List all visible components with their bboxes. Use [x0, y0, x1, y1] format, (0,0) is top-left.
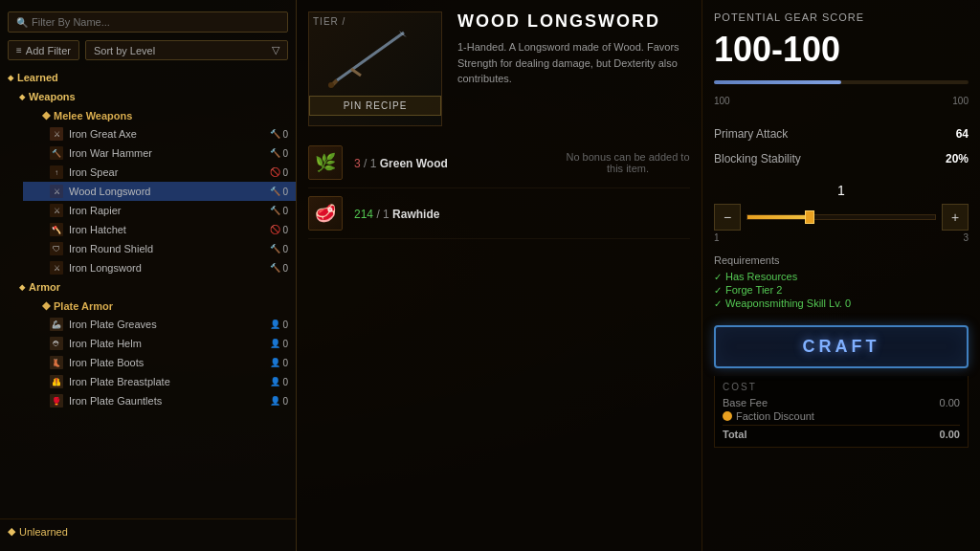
- ingredient-icon-rawhide: 🥩: [308, 196, 343, 231]
- category-learned[interactable]: ◆ Learned: [0, 68, 296, 87]
- right-panel: POTENTIAL GEAR SCORE 100-100 100 100 Pri…: [702, 0, 980, 551]
- item-name-wood-longsword: Wood Longsword: [69, 186, 270, 197]
- item-name-iron-rapier: Iron Rapier: [69, 205, 270, 216]
- category-weapons-label: Weapons: [29, 91, 76, 102]
- req-forge-tier: ✓ Forge Tier 2: [714, 283, 969, 297]
- bottom-unlearned[interactable]: ◆ Unlearned: [0, 518, 296, 543]
- item-name-iron-longsword: Iron Longsword: [69, 262, 270, 274]
- pin-recipe-label: PIN RECIPE: [344, 100, 408, 111]
- recipe-info: WOOD LONGSWORD 1-Handed. A Longsword mad…: [457, 11, 690, 126]
- requirements-section: Requirements ✓ Has Resources ✓ Forge Tie…: [714, 254, 969, 310]
- item-icon-iron-longsword: ⚔: [50, 261, 63, 275]
- gear-score-max: 100: [952, 96, 969, 106]
- item-count-helm: 👤 0: [270, 339, 288, 349]
- item-count-boots: 👤 0: [270, 358, 288, 368]
- item-iron-plate-boots[interactable]: 👢 Iron Plate Boots 👤 0: [23, 353, 296, 372]
- category-melee-weapons[interactable]: ◆ Melee Weapons: [23, 106, 296, 124]
- sub-category-plate: ◆ Plate Armor 🦾 Iron Plate Greaves 👤 0 ⛑: [11, 297, 296, 410]
- tier-label: TIER /: [313, 16, 345, 27]
- recipe-image: TIER /: [308, 11, 442, 126]
- cost-base-fee-row: Base Fee 0.00: [723, 396, 960, 409]
- stat-primary-attack-name: Primary Attack: [714, 127, 788, 141]
- current-qty-rawhide: 214: [354, 208, 373, 221]
- sub-category-melee: ◆ Melee Weapons ⚔ Iron Great Axe 🔨 0 🔨: [11, 106, 296, 277]
- req-weaponsmithing-label: Weaponsmithing Skill Lv. 0: [725, 298, 851, 309]
- item-name-iron-great-axe: Iron Great Axe: [69, 128, 270, 140]
- item-icon-boots: 👢: [50, 356, 63, 369]
- item-name-iron-war-hammer: Iron War Hammer: [69, 147, 270, 159]
- item-icon-rapier: ⚔: [50, 204, 63, 217]
- gear-score-label: POTENTIAL GEAR SCORE: [714, 11, 969, 23]
- item-name-boots: Iron Plate Boots: [69, 357, 270, 368]
- item-iron-plate-gauntlets[interactable]: 🥊 Iron Plate Gauntlets 👤 0: [23, 391, 296, 410]
- req-forge-tier-label: Forge Tier 2: [725, 284, 782, 296]
- count-icon-rapier: 🔨: [270, 206, 280, 215]
- unlearned-label: Unlearned: [19, 526, 68, 538]
- category-weapons[interactable]: ◆ Weapons: [11, 87, 296, 106]
- item-icon-helm: ⛑: [50, 337, 63, 350]
- qty-increase-button[interactable]: +: [942, 204, 969, 231]
- ingredient-info-rawhide: 214 / 1 Rawhide: [354, 205, 690, 222]
- category-armor[interactable]: ◆ Armor: [11, 277, 296, 297]
- item-icon-shield: 🛡: [50, 242, 63, 255]
- count-icon-axe: 🔨: [270, 129, 280, 139]
- svg-line-0: [337, 33, 404, 80]
- check-icon-3: ✓: [714, 298, 722, 309]
- item-count-longsword: 🔨 0: [270, 187, 288, 197]
- faction-icon: [723, 411, 732, 421]
- craft-button[interactable]: CRAFT: [714, 325, 969, 368]
- item-icon-spear: ↑: [50, 165, 63, 179]
- count-icon-longsword: 🔨: [270, 187, 280, 196]
- qty-slider[interactable]: [746, 214, 936, 220]
- item-icon-breastplate: 🦺: [50, 375, 63, 388]
- ingredient-qty-wood: 3 / 1: [354, 157, 380, 170]
- item-iron-spear[interactable]: ↑ Iron Spear 🚫 0: [23, 163, 296, 182]
- item-iron-round-shield[interactable]: 🛡 Iron Round Shield 🔨 0: [23, 239, 296, 258]
- ingredient-rawhide: 🥩 214 / 1 Rawhide: [308, 188, 690, 239]
- recipe-title: WOOD LONGSWORD: [457, 11, 690, 32]
- item-count-gauntlets: 👤 0: [270, 396, 288, 407]
- count-icon-greaves: 👤: [270, 320, 280, 329]
- qty-current: 1: [837, 183, 845, 198]
- item-icon-gauntlets: 🥊: [50, 394, 63, 408]
- item-count-axe: 🔨 0: [270, 129, 288, 140]
- item-iron-plate-breastplate[interactable]: 🦺 Iron Plate Breastplate 👤 0: [23, 372, 296, 391]
- cost-total-label: Total: [723, 429, 746, 440]
- craft-button-label: CRAFT: [725, 337, 957, 357]
- no-bonus-text: No bonus can be added to this item.: [566, 151, 690, 174]
- category-plate-armor[interactable]: ◆ Plate Armor: [23, 297, 296, 315]
- item-count-greaves: 👤 0: [270, 320, 288, 330]
- item-iron-great-axe[interactable]: ⚔ Iron Great Axe 🔨 0: [23, 124, 296, 143]
- item-wood-longsword[interactable]: ⚔ Wood Longsword 🔨 0: [23, 182, 296, 201]
- cost-label: COST: [723, 382, 960, 392]
- category-armor-label: Armor: [29, 281, 60, 293]
- gear-score-bar: [714, 80, 841, 84]
- item-name-breastplate: Iron Plate Breastplate: [69, 376, 270, 387]
- cost-total-val: 0.00: [940, 429, 960, 440]
- count-icon-helm: 👤: [270, 339, 280, 348]
- item-iron-plate-greaves[interactable]: 🦾 Iron Plate Greaves 👤 0: [23, 315, 296, 334]
- qty-decrease-button[interactable]: −: [714, 204, 741, 231]
- count-icon-hammer: 🔨: [270, 148, 280, 158]
- ingredient-name-wood: Green Wood: [380, 157, 448, 170]
- search-input[interactable]: [32, 16, 279, 28]
- svg-line-2: [351, 69, 361, 76]
- item-iron-plate-helm[interactable]: ⛑ Iron Plate Helm 👤 0: [23, 334, 296, 353]
- qty-display: 1: [714, 183, 969, 198]
- add-filter-button[interactable]: ≡ Add Filter: [8, 40, 79, 60]
- pin-recipe-button[interactable]: PIN RECIPE: [309, 96, 441, 116]
- sort-icon: ▽: [272, 44, 279, 56]
- diamond-icon-armor: ◆: [19, 283, 25, 292]
- item-iron-rapier[interactable]: ⚔ Iron Rapier 🔨 0: [23, 201, 296, 220]
- item-iron-hatchet[interactable]: 🪓 Iron Hatchet 🚫 0: [23, 220, 296, 239]
- item-name-iron-spear: Iron Spear: [69, 166, 270, 178]
- search-bar[interactable]: 🔍: [8, 11, 288, 33]
- diamond-icon-3: ◆: [42, 109, 50, 121]
- diamond-icon-bottom: ◆: [8, 525, 15, 538]
- item-iron-war-hammer[interactable]: 🔨 Iron War Hammer 🔨 0: [23, 143, 296, 163]
- item-icon-axe: ⚔: [50, 127, 63, 141]
- item-iron-longsword[interactable]: ⚔ Iron Longsword 🔨 0: [23, 258, 296, 277]
- sort-label: Sort by Level: [94, 45, 155, 56]
- middle-panel: TIER /: [297, 0, 702, 551]
- sort-button[interactable]: Sort by Level ▽: [85, 40, 288, 60]
